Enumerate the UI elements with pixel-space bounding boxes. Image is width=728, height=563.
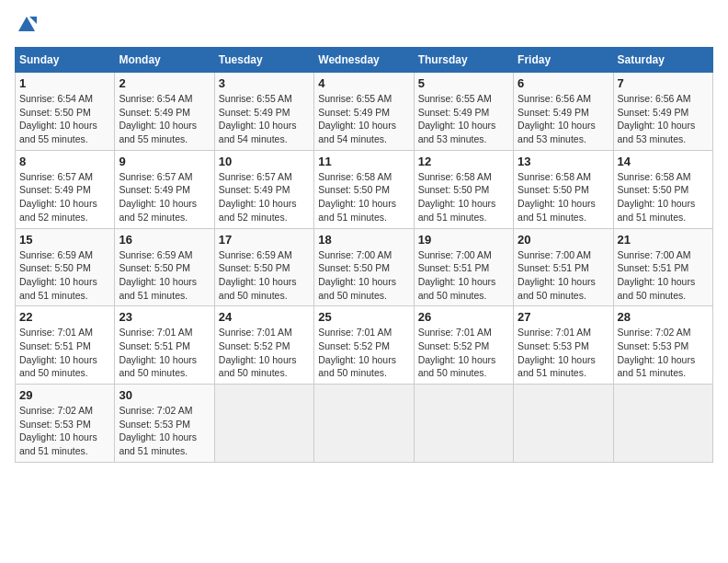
calendar-cell: 10 Sunrise: 6:57 AMSunset: 5:49 PMDaylig… — [214, 150, 313, 228]
calendar-cell — [414, 385, 513, 463]
day-number: 17 — [219, 233, 310, 247]
day-number: 1 — [19, 76, 110, 90]
calendar-cell: 4 Sunrise: 6:55 AMSunset: 5:49 PMDayligh… — [314, 73, 414, 151]
calendar-cell — [314, 385, 414, 463]
calendar-cell: 16 Sunrise: 6:59 AMSunset: 5:50 PMDaylig… — [115, 228, 214, 306]
weekday-header-thursday: Thursday — [414, 48, 513, 73]
week-row-1: 1 Sunrise: 6:54 AMSunset: 5:50 PMDayligh… — [16, 73, 713, 151]
day-info: Sunrise: 7:00 AMSunset: 5:51 PMDaylight:… — [618, 249, 696, 301]
day-info: Sunrise: 7:02 AMSunset: 5:53 PMDaylight:… — [618, 327, 696, 378]
day-number: 4 — [318, 76, 409, 90]
day-info: Sunrise: 7:01 AMSunset: 5:52 PMDaylight:… — [318, 327, 396, 378]
calendar-cell: 23 Sunrise: 7:01 AMSunset: 5:51 PMDaylig… — [115, 306, 214, 385]
weekday-header-wednesday: Wednesday — [314, 48, 414, 73]
day-info: Sunrise: 6:55 AMSunset: 5:49 PMDaylight:… — [318, 93, 396, 144]
day-info: Sunrise: 7:01 AMSunset: 5:52 PMDaylight:… — [418, 327, 496, 378]
day-info: Sunrise: 6:55 AMSunset: 5:49 PMDaylight:… — [418, 93, 496, 144]
calendar-table: SundayMondayTuesdayWednesdayThursdayFrid… — [15, 47, 713, 463]
day-info: Sunrise: 7:01 AMSunset: 5:51 PMDaylight:… — [19, 327, 97, 378]
logo — [15, 15, 37, 40]
calendar-cell: 12 Sunrise: 6:58 AMSunset: 5:50 PMDaylig… — [414, 150, 513, 228]
day-number: 29 — [19, 388, 110, 402]
day-info: Sunrise: 6:58 AMSunset: 5:50 PMDaylight:… — [418, 171, 496, 223]
day-number: 28 — [618, 310, 709, 324]
calendar-cell: 3 Sunrise: 6:55 AMSunset: 5:49 PMDayligh… — [214, 73, 313, 151]
day-number: 21 — [618, 233, 709, 247]
day-number: 9 — [119, 155, 210, 168]
calendar-cell: 30 Sunrise: 7:02 AMSunset: 5:53 PMDaylig… — [115, 385, 214, 463]
day-number: 7 — [618, 76, 709, 90]
day-info: Sunrise: 7:02 AMSunset: 5:53 PMDaylight:… — [19, 405, 97, 456]
calendar-cell: 22 Sunrise: 7:01 AMSunset: 5:51 PMDaylig… — [16, 306, 115, 385]
day-info: Sunrise: 6:54 AMSunset: 5:50 PMDaylight:… — [19, 93, 97, 144]
day-info: Sunrise: 7:02 AMSunset: 5:53 PMDaylight:… — [119, 405, 197, 456]
day-number: 12 — [418, 155, 509, 168]
calendar-cell: 21 Sunrise: 7:00 AMSunset: 5:51 PMDaylig… — [613, 228, 712, 306]
calendar-cell: 1 Sunrise: 6:54 AMSunset: 5:50 PMDayligh… — [16, 73, 115, 151]
week-row-5: 29 Sunrise: 7:02 AMSunset: 5:53 PMDaylig… — [16, 385, 713, 463]
day-number: 18 — [318, 233, 409, 247]
day-number: 25 — [318, 310, 409, 324]
weekday-header-friday: Friday — [514, 48, 613, 73]
day-number: 26 — [418, 310, 509, 324]
day-info: Sunrise: 7:01 AMSunset: 5:52 PMDaylight:… — [219, 327, 297, 378]
calendar-cell: 25 Sunrise: 7:01 AMSunset: 5:52 PMDaylig… — [314, 306, 414, 385]
calendar-cell — [214, 385, 313, 463]
day-number: 27 — [518, 310, 609, 324]
calendar-cell: 17 Sunrise: 6:59 AMSunset: 5:50 PMDaylig… — [214, 228, 313, 306]
calendar-cell: 14 Sunrise: 6:58 AMSunset: 5:50 PMDaylig… — [613, 150, 712, 228]
calendar-cell: 13 Sunrise: 6:58 AMSunset: 5:50 PMDaylig… — [514, 150, 613, 228]
day-number: 2 — [119, 76, 210, 90]
day-info: Sunrise: 6:56 AMSunset: 5:49 PMDaylight:… — [518, 93, 596, 144]
calendar-cell — [613, 385, 712, 463]
calendar-cell: 9 Sunrise: 6:57 AMSunset: 5:49 PMDayligh… — [115, 150, 214, 228]
day-number: 23 — [119, 310, 210, 324]
weekday-header-sunday: Sunday — [16, 48, 115, 73]
day-info: Sunrise: 6:58 AMSunset: 5:50 PMDaylight:… — [318, 171, 396, 223]
day-info: Sunrise: 6:57 AMSunset: 5:49 PMDaylight:… — [19, 171, 97, 223]
day-number: 6 — [518, 76, 609, 90]
day-number: 20 — [518, 233, 609, 247]
calendar-cell: 7 Sunrise: 6:56 AMSunset: 5:49 PMDayligh… — [613, 73, 712, 151]
header-row: SundayMondayTuesdayWednesdayThursdayFrid… — [16, 48, 713, 73]
day-info: Sunrise: 7:00 AMSunset: 5:50 PMDaylight:… — [318, 249, 396, 301]
calendar-cell: 11 Sunrise: 6:58 AMSunset: 5:50 PMDaylig… — [314, 150, 414, 228]
day-number: 30 — [119, 388, 210, 402]
day-info: Sunrise: 6:59 AMSunset: 5:50 PMDaylight:… — [219, 249, 297, 301]
day-number: 8 — [19, 155, 110, 168]
calendar-cell: 6 Sunrise: 6:56 AMSunset: 5:49 PMDayligh… — [514, 73, 613, 151]
logo-icon — [17, 15, 37, 35]
day-info: Sunrise: 6:59 AMSunset: 5:50 PMDaylight:… — [19, 249, 97, 301]
day-number: 13 — [518, 155, 609, 168]
week-row-2: 8 Sunrise: 6:57 AMSunset: 5:49 PMDayligh… — [16, 150, 713, 228]
day-info: Sunrise: 6:55 AMSunset: 5:49 PMDaylight:… — [219, 93, 297, 144]
weekday-header-saturday: Saturday — [613, 48, 712, 73]
day-number: 16 — [119, 233, 210, 247]
day-info: Sunrise: 7:00 AMSunset: 5:51 PMDaylight:… — [518, 249, 596, 301]
header — [15, 15, 713, 40]
day-number: 19 — [418, 233, 509, 247]
day-number: 15 — [19, 233, 110, 247]
calendar-cell: 5 Sunrise: 6:55 AMSunset: 5:49 PMDayligh… — [414, 73, 513, 151]
day-info: Sunrise: 7:01 AMSunset: 5:51 PMDaylight:… — [119, 327, 197, 378]
day-info: Sunrise: 6:58 AMSunset: 5:50 PMDaylight:… — [618, 171, 696, 223]
week-row-3: 15 Sunrise: 6:59 AMSunset: 5:50 PMDaylig… — [16, 228, 713, 306]
calendar-cell: 29 Sunrise: 7:02 AMSunset: 5:53 PMDaylig… — [16, 385, 115, 463]
calendar-cell: 24 Sunrise: 7:01 AMSunset: 5:52 PMDaylig… — [214, 306, 313, 385]
day-info: Sunrise: 6:54 AMSunset: 5:49 PMDaylight:… — [119, 93, 197, 144]
calendar-cell: 8 Sunrise: 6:57 AMSunset: 5:49 PMDayligh… — [16, 150, 115, 228]
calendar-cell: 2 Sunrise: 6:54 AMSunset: 5:49 PMDayligh… — [115, 73, 214, 151]
calendar-cell: 27 Sunrise: 7:01 AMSunset: 5:53 PMDaylig… — [514, 306, 613, 385]
calendar-cell: 18 Sunrise: 7:00 AMSunset: 5:50 PMDaylig… — [314, 228, 414, 306]
day-number: 11 — [318, 155, 409, 168]
weekday-header-monday: Monday — [115, 48, 214, 73]
day-info: Sunrise: 6:58 AMSunset: 5:50 PMDaylight:… — [518, 171, 596, 223]
day-number: 3 — [219, 76, 310, 90]
day-number: 14 — [618, 155, 709, 168]
calendar-cell: 15 Sunrise: 6:59 AMSunset: 5:50 PMDaylig… — [16, 228, 115, 306]
svg-marker-1 — [29, 17, 37, 24]
day-info: Sunrise: 7:01 AMSunset: 5:53 PMDaylight:… — [518, 327, 596, 378]
day-number: 22 — [19, 310, 110, 324]
day-info: Sunrise: 6:59 AMSunset: 5:50 PMDaylight:… — [119, 249, 197, 301]
day-info: Sunrise: 7:00 AMSunset: 5:51 PMDaylight:… — [418, 249, 496, 301]
